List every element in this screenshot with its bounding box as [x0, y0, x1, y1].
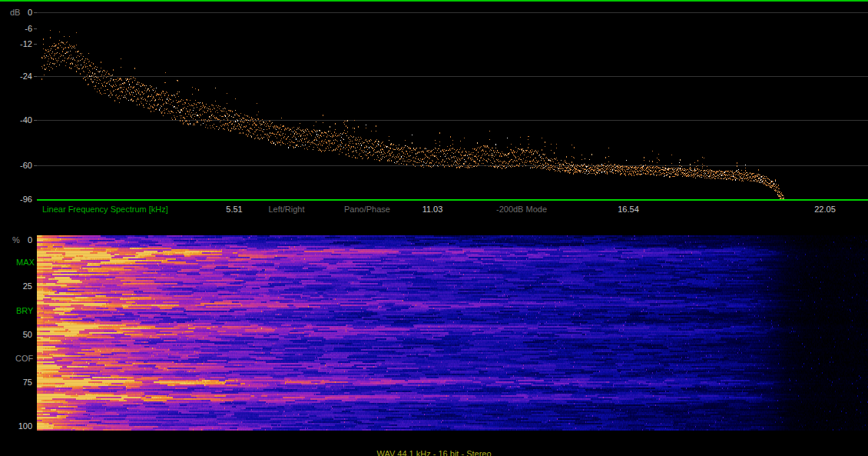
spectrum-ytick-60dB: -60: [0, 161, 32, 170]
spectrum-ytick-6dB: -6: [0, 24, 32, 33]
xtick-11-03: 11.03: [422, 205, 443, 214]
spectrum-axis-title: Linear Frequency Spectrum [kHz]: [42, 205, 168, 214]
spectrum-baseline: [37, 199, 868, 201]
spectrogram-ytick-100: 100: [0, 421, 32, 431]
spectrum-ytick-0dB: 0: [0, 8, 32, 17]
spectrum-ytick-12dB: -12: [0, 39, 32, 48]
spectrogram-ytick-50: 50: [0, 330, 32, 339]
mode-left-right[interactable]: Left/Right: [268, 205, 304, 214]
spectrum-ytick-96dB: -96: [0, 195, 32, 204]
toggle-cof[interactable]: COF: [15, 354, 33, 363]
toggle-max[interactable]: MAX: [16, 258, 35, 267]
mode-pano-phase[interactable]: Pano/Phase: [344, 205, 390, 214]
top-green-line: [0, 0, 868, 2]
xtick-5-51: 5.51: [226, 205, 242, 214]
spectrum-ytick-24dB: -24: [0, 72, 32, 81]
xtick-22-05: 22.05: [814, 205, 836, 214]
toggle-bry[interactable]: BRY: [16, 306, 33, 315]
spectrogram-plot[interactable]: [37, 235, 868, 431]
audio-analyzer-window: dB 0 -6 -12 -24 -40 -60 -96 Linear Frequ…: [0, 0, 868, 456]
spectrogram-ytick-0: 0: [0, 235, 32, 245]
status-bar-text: WAV 44.1 kHz - 16 bit - Stereo: [0, 449, 868, 456]
spectrum-ytick-40dB: -40: [0, 115, 32, 125]
spectrogram-ytick-75: 75: [0, 378, 32, 387]
xtick-16-54: 16.54: [618, 205, 639, 214]
spectrum-plot[interactable]: [37, 6, 868, 199]
spectrogram-ytick-25: 25: [0, 281, 32, 291]
mode-200db[interactable]: -200dB Mode: [496, 205, 547, 214]
